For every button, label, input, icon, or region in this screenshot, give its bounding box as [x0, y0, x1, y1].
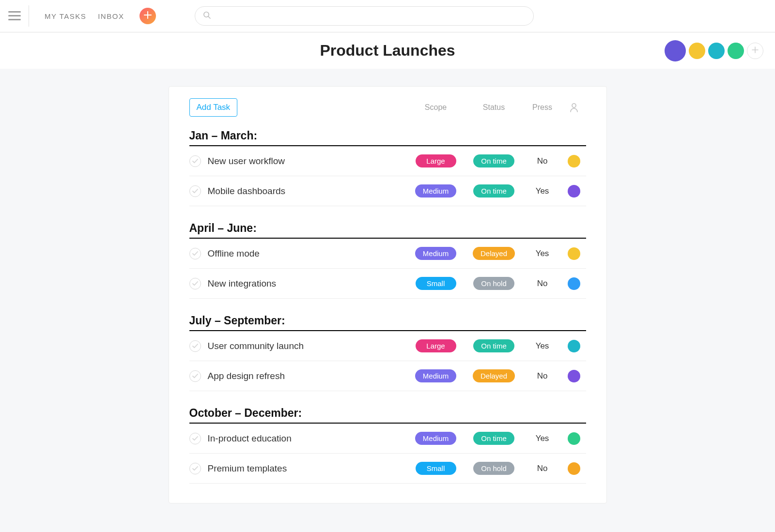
- scope-pill[interactable]: Large: [416, 154, 456, 167]
- person-icon: [570, 103, 578, 112]
- scope-pill[interactable]: Small: [416, 462, 456, 475]
- check-icon: [192, 464, 198, 473]
- assignee-avatar[interactable]: [568, 370, 580, 382]
- task-name[interactable]: New user workflow: [208, 156, 407, 167]
- section-title[interactable]: July – September:: [189, 314, 586, 327]
- project-header: Product Launches: [0, 32, 775, 69]
- task-name[interactable]: User community launch: [208, 341, 407, 351]
- complete-checkbox[interactable]: [189, 370, 201, 382]
- svg-rect-0: [8, 11, 21, 13]
- press-cell: Yes: [523, 186, 562, 196]
- top-nav: MY TASKS INBOX: [0, 0, 775, 32]
- svg-point-5: [572, 104, 576, 107]
- check-icon: [192, 249, 198, 258]
- task-name[interactable]: Premium templates: [208, 463, 407, 474]
- add-member-button[interactable]: [747, 43, 763, 59]
- status-pill[interactable]: On time: [473, 184, 514, 198]
- column-headers: Scope Status Press: [407, 103, 586, 112]
- col-scope: Scope: [425, 103, 447, 112]
- section-title[interactable]: April – June:: [189, 222, 586, 235]
- task-row[interactable]: Mobile dashboardsMediumOn timeYes: [189, 176, 586, 206]
- scope-pill[interactable]: Small: [416, 277, 456, 290]
- task-name[interactable]: App design refresh: [208, 371, 407, 381]
- task-row[interactable]: User community launchLargeOn timeYes: [189, 331, 586, 361]
- task-row[interactable]: Offline modeMediumDelayedYes: [189, 239, 586, 269]
- nav-inbox[interactable]: INBOX: [98, 12, 124, 20]
- global-add-button[interactable]: [140, 8, 156, 24]
- search-input[interactable]: [216, 7, 526, 25]
- hamburger-icon: [8, 11, 21, 21]
- task-row[interactable]: In-product educationMediumOn timeYes: [189, 424, 586, 454]
- task-name[interactable]: New integrations: [208, 278, 407, 289]
- status-pill[interactable]: On hold: [473, 462, 514, 475]
- project-members: [665, 40, 763, 61]
- check-icon: [192, 434, 198, 443]
- menu-button[interactable]: [8, 5, 29, 27]
- check-icon: [192, 187, 198, 196]
- search-wrap: [195, 6, 534, 26]
- card-header: Add Task Scope Status Press: [189, 98, 586, 117]
- check-icon: [192, 342, 198, 350]
- page-title: Product Launches: [320, 42, 455, 60]
- scope-pill[interactable]: Medium: [415, 432, 456, 445]
- svg-rect-2: [8, 19, 21, 20]
- press-cell: Yes: [523, 434, 562, 443]
- assignee-avatar[interactable]: [568, 247, 580, 260]
- complete-checkbox[interactable]: [189, 340, 201, 352]
- task-list-card: Add Task Scope Status Press Jan – March:…: [169, 86, 607, 503]
- press-cell: Yes: [523, 341, 562, 351]
- press-cell: No: [523, 464, 562, 473]
- plus-icon: [144, 11, 152, 21]
- section-title[interactable]: Jan – March:: [189, 129, 586, 142]
- nav-my-tasks[interactable]: MY TASKS: [45, 12, 86, 20]
- assignee-avatar[interactable]: [568, 155, 580, 167]
- task-row[interactable]: New user workflowLargeOn timeNo: [189, 146, 586, 176]
- member-avatar[interactable]: [728, 43, 744, 59]
- check-icon: [192, 157, 198, 166]
- status-pill[interactable]: On time: [473, 339, 514, 352]
- status-pill[interactable]: Delayed: [473, 369, 515, 382]
- complete-checkbox[interactable]: [189, 278, 201, 289]
- assignee-avatar[interactable]: [568, 277, 580, 290]
- project-canvas: Add Task Scope Status Press Jan – March:…: [0, 69, 775, 532]
- status-pill[interactable]: Delayed: [473, 247, 515, 260]
- press-cell: Yes: [523, 249, 562, 258]
- status-pill[interactable]: On hold: [473, 277, 514, 290]
- task-row[interactable]: App design refreshMediumDelayedNo: [189, 361, 586, 391]
- plus-icon: [752, 46, 759, 55]
- scope-pill[interactable]: Medium: [415, 369, 456, 382]
- complete-checkbox[interactable]: [189, 433, 201, 444]
- status-pill[interactable]: On time: [473, 154, 514, 167]
- scope-pill[interactable]: Medium: [415, 247, 456, 260]
- svg-line-4: [209, 16, 211, 18]
- complete-checkbox[interactable]: [189, 248, 201, 259]
- add-task-button[interactable]: Add Task: [189, 98, 238, 117]
- task-row[interactable]: New integrationsSmallOn holdNo: [189, 269, 586, 299]
- col-press: Press: [532, 103, 552, 112]
- task-name[interactable]: In-product education: [208, 433, 407, 444]
- member-avatar[interactable]: [665, 40, 686, 61]
- complete-checkbox[interactable]: [189, 185, 201, 197]
- task-row[interactable]: Premium templatesSmallOn holdNo: [189, 454, 586, 484]
- member-avatar[interactable]: [689, 43, 705, 59]
- assignee-avatar[interactable]: [568, 432, 580, 445]
- assignee-avatar[interactable]: [568, 185, 580, 198]
- status-pill[interactable]: On time: [473, 432, 514, 445]
- scope-pill[interactable]: Medium: [415, 184, 456, 198]
- member-avatar[interactable]: [708, 43, 725, 59]
- search-field[interactable]: [195, 6, 534, 26]
- search-icon: [203, 11, 211, 21]
- assignee-avatar[interactable]: [568, 462, 580, 475]
- complete-checkbox[interactable]: [189, 463, 201, 474]
- press-cell: No: [523, 156, 562, 166]
- task-name[interactable]: Offline mode: [208, 248, 407, 259]
- check-icon: [192, 279, 198, 288]
- scope-pill[interactable]: Large: [416, 339, 456, 352]
- press-cell: No: [523, 279, 562, 289]
- col-status: Status: [483, 103, 505, 112]
- section-title[interactable]: October – December:: [189, 407, 586, 420]
- task-name[interactable]: Mobile dashboards: [208, 186, 407, 197]
- check-icon: [192, 372, 198, 380]
- complete-checkbox[interactable]: [189, 155, 201, 167]
- assignee-avatar[interactable]: [568, 340, 580, 352]
